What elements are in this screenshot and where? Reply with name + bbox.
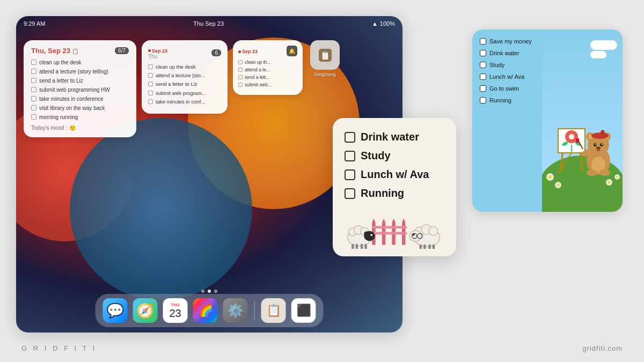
svg-rect-59 [576, 138, 579, 143]
page-dot [201, 290, 204, 293]
photos-icon: 🌈 [198, 304, 213, 317]
calendar-day: 23 [169, 308, 181, 319]
bear-checklist: Save my money Drink water Study Lunch w/… [472, 29, 542, 212]
svg-point-67 [601, 130, 604, 134]
overlay-item-label: Lunch w/ Ava [361, 168, 429, 181]
bear-illustration [542, 29, 623, 212]
svg-text:📋: 📋 [320, 50, 331, 61]
messages-icon: 💬 [107, 302, 124, 319]
svg-rect-35 [428, 245, 431, 249]
checkbox-running-bear[interactable] [480, 97, 486, 104]
battery-icon: 100% [380, 20, 395, 27]
dingdong-logo: 📋 [317, 47, 334, 64]
svg-point-72 [596, 147, 601, 150]
dock-photos[interactable]: 🌈 [193, 298, 218, 323]
overlay-item-2: Study [345, 150, 444, 162]
widget-small-date: Sep 23 [238, 48, 258, 55]
svg-point-74 [599, 169, 610, 176]
list-item: clean up the desk [31, 59, 129, 66]
mood-icon: 🙂 [69, 125, 76, 131]
svg-point-71 [602, 144, 603, 145]
wifi-icon: ▲ [372, 20, 378, 27]
dock-dingdong[interactable]: 📋 [261, 298, 286, 323]
list-item: clean up the desk [148, 64, 221, 70]
svg-rect-11 [372, 232, 407, 235]
bear-item-running: Running [480, 97, 538, 104]
svg-point-65 [591, 132, 609, 139]
checkbox-swim[interactable] [480, 85, 486, 92]
dock-app[interactable]: ⬛ [291, 298, 316, 323]
overlay-item-label: Running [361, 187, 404, 200]
list-item: attend a le... [238, 67, 297, 73]
svg-point-41 [557, 184, 560, 187]
list-item: take minutes in conference [31, 95, 129, 102]
page-dot [214, 290, 217, 293]
bear-widget-content: Save my money Drink water Study Lunch w/… [472, 29, 623, 212]
widget-medium-badge: 6 [211, 49, 221, 56]
checkbox-save-money[interactable] [480, 38, 486, 45]
sheep-illustration [345, 206, 444, 249]
checkbox-drink-water-bear[interactable] [480, 50, 486, 56]
bear-item-drink-water: Drink water [480, 50, 538, 56]
svg-rect-19 [352, 244, 354, 249]
svg-point-69 [600, 143, 603, 146]
svg-point-73 [587, 169, 597, 176]
checkbox-study-bear[interactable] [480, 62, 486, 68]
overlay-item-3: Lunch w/ Ava [345, 168, 444, 181]
svg-point-17 [370, 234, 372, 236]
widget-small-icon: 🔔 [287, 46, 297, 56]
dock-safari[interactable]: 🧭 [133, 298, 158, 323]
svg-marker-9 [402, 218, 406, 222]
svg-point-70 [595, 144, 596, 145]
checkbox-lunch-ava[interactable] [345, 169, 355, 180]
svg-rect-34 [423, 245, 426, 249]
svg-marker-7 [392, 218, 396, 222]
widget-todo-small: Sep 23 🔔 clean up th... attend a le... s… [233, 40, 303, 95]
svg-point-26 [429, 226, 438, 235]
widget-medium-sub: Thu [148, 54, 167, 60]
widget-bear: Save my money Drink water Study Lunch w/… [472, 29, 623, 212]
page-dots [201, 290, 217, 293]
brand-right: gridfiti.com [582, 344, 623, 352]
dock-calendar[interactable]: THU 23 [163, 298, 188, 323]
overlay-item-1: Drink water [345, 131, 444, 143]
widget-large-title: Thu, Sep 23 📋 [31, 47, 78, 55]
page-dot-active [208, 290, 211, 293]
status-time: 9:29 AM [24, 20, 45, 27]
settings-icon: ⚙️ [228, 303, 244, 318]
widget-overlay-todo: Drink water Study Lunch w/ Ava Running [333, 118, 456, 256]
checkbox-lunch-bear[interactable] [480, 73, 486, 80]
list-item: take minutes in conf... [148, 99, 221, 105]
dock-messages[interactable]: 💬 [103, 298, 128, 323]
list-item: clean up th... [238, 60, 297, 65]
checkbox-drink-water[interactable] [345, 132, 355, 143]
bear-item-swim: Go to swim [480, 85, 538, 92]
checkbox-running[interactable] [345, 188, 355, 199]
widget-medium-items: clean up the desk attend a lecture (sto.… [148, 64, 221, 106]
list-item: morning running [31, 114, 129, 121]
checkbox-study[interactable] [345, 151, 355, 161]
widget-large-items: clean up the desk attend a lecture (stor… [31, 59, 129, 121]
svg-point-43 [608, 181, 611, 184]
dingdong-icon: 📋 [310, 40, 340, 70]
dock-settings[interactable]: ⚙️ [223, 298, 248, 323]
dock-separator [254, 301, 255, 320]
widget-large-subtitle: 📋 [70, 48, 78, 54]
svg-point-45 [616, 176, 618, 178]
svg-rect-33 [420, 245, 422, 249]
widget-todo-large: Thu, Sep 23 📋 6/7 clean up the desk atte… [24, 40, 136, 137]
svg-point-18 [364, 232, 369, 235]
app-dingdong[interactable]: 📋 DingDong [310, 40, 340, 77]
ipad-statusbar: 9:29 AM Thu Sep 23 ▲ 100% [16, 16, 402, 31]
overlay-item-label: Study [361, 150, 391, 162]
overlay-item-label: Drink water [361, 131, 419, 143]
svg-marker-3 [372, 218, 376, 222]
svg-point-51 [569, 134, 574, 139]
status-date: Thu Sep 23 [193, 20, 224, 27]
brand-left: G R I D F I T I [21, 344, 97, 352]
list-item: submit web program... [148, 90, 221, 97]
bear-item-save-money: Save my money [480, 38, 538, 45]
status-icons: ▲ 100% [372, 20, 395, 27]
list-item: attend a lecture (story telling) [31, 68, 129, 75]
list-item: send a letter to Liz [31, 77, 129, 84]
